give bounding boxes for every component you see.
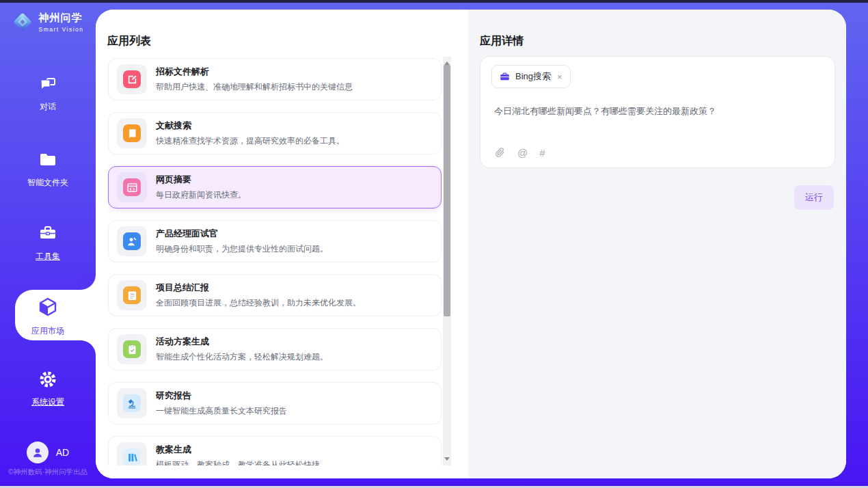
app-description: 全面回顾项目进展，总结经验教训，助力未来优化发展。 bbox=[156, 297, 361, 309]
run-button[interactable]: 运行 bbox=[794, 185, 834, 210]
microscope-icon bbox=[123, 394, 141, 412]
interviewer-icon bbox=[123, 232, 141, 250]
app-card-web-summary[interactable]: 网页摘要 每日政府新闻资讯快查。 bbox=[108, 166, 442, 208]
app-card-literature-search[interactable]: 文献搜索 快速精准查找学术资源，提高研究效率的必备工具。 bbox=[108, 112, 442, 154]
sidebar-item-label: 对话 bbox=[40, 101, 56, 113]
mention-icon[interactable]: @ bbox=[517, 147, 528, 159]
app-name: 教案生成 bbox=[156, 444, 320, 456]
app-name: 研究报告 bbox=[156, 390, 287, 402]
logo-subtitle: Smart Vision bbox=[38, 26, 83, 33]
attachment-icon[interactable] bbox=[494, 147, 506, 159]
app-logo: 神州问学 Smart Vision bbox=[0, 11, 96, 33]
app-card-project-summary[interactable]: 项目总结汇报 全面回顾项目进展，总结经验教训，助力未来优化发展。 bbox=[108, 274, 442, 316]
app-name: 产品经理面试官 bbox=[156, 228, 328, 240]
sidebar-item-label: 智能文件夹 bbox=[27, 177, 68, 189]
app-description: 智能生成个性化活动方案，轻松解决规划难题。 bbox=[156, 351, 328, 363]
app-description: 快速精准查找学术资源，提高研究效率的必备工具。 bbox=[156, 135, 344, 147]
sidebar-item-label: 系统设置 bbox=[31, 396, 64, 408]
hash-icon[interactable]: # bbox=[539, 147, 545, 159]
sidebar-item-chat[interactable]: 对话 bbox=[0, 74, 96, 113]
clipboard-check-icon bbox=[123, 340, 141, 358]
logo-diamond-icon bbox=[12, 11, 33, 33]
selected-item-curve-top bbox=[81, 272, 96, 290]
sidebar-item-smart-folder[interactable]: 智能文件夹 bbox=[0, 150, 96, 189]
app-card-pm-interviewer[interactable]: 产品经理面试官 明确身份和职责，为您提供专业性的面试问题。 bbox=[108, 220, 442, 262]
prompt-input-card[interactable]: Bing搜索 × 今日湖北有哪些新闻要点？有哪些需要关注的最新政策？ @ # bbox=[480, 56, 835, 168]
input-toolbar: @ # bbox=[494, 147, 545, 159]
person-icon bbox=[31, 446, 44, 459]
scroll-up-arrow-icon[interactable] bbox=[444, 59, 450, 65]
sidebar: 神州问学 Smart Vision 对话 智能文件夹 bbox=[0, 0, 96, 488]
sidebar-item-toolset[interactable]: 工具集 bbox=[0, 224, 96, 262]
app-description: 一键智能生成高质量长文本研究报告 bbox=[156, 405, 287, 417]
app-description: 帮助用户快速、准确地理解和解析招标书中的关键信息 bbox=[156, 81, 353, 93]
books-icon bbox=[123, 448, 141, 465]
logo-title: 神州问学 bbox=[38, 12, 83, 25]
app-name: 招标文件解析 bbox=[156, 66, 353, 78]
main-panel: 应用列表 招标文件解析 帮助用户快速、准确地理解和解析招标书中的关键信息 bbox=[96, 10, 846, 478]
top-border bbox=[0, 0, 868, 3]
app-description: 每日政府新闻资讯快查。 bbox=[156, 189, 246, 201]
avatar bbox=[27, 442, 49, 463]
app-list-scrollbar[interactable] bbox=[443, 57, 451, 465]
selected-item-curve-bottom bbox=[81, 340, 96, 358]
toolbox-icon bbox=[38, 224, 57, 246]
app-description: 明确身份和职责，为您提供专业性的面试问题。 bbox=[156, 243, 328, 255]
app-card-event-plan-generator[interactable]: 活动方案生成 智能生成个性化活动方案，轻松解决规划难题。 bbox=[108, 328, 442, 370]
sidebar-item-label: 应用市场 bbox=[31, 325, 64, 337]
app-card-lesson-plan-generator[interactable]: 教案生成 模板驱动，教案秒成，教学准备从此轻松快捷 bbox=[108, 436, 442, 465]
browser-code-icon bbox=[123, 178, 141, 196]
briefcase-icon bbox=[500, 72, 510, 82]
app-list-panel: 应用列表 招标文件解析 帮助用户快速、准确地理解和解析招标书中的关键信息 bbox=[96, 10, 468, 478]
app-name: 活动方案生成 bbox=[156, 336, 328, 348]
user-account[interactable]: AD bbox=[0, 442, 96, 463]
tool-tag-label: Bing搜索 bbox=[515, 70, 551, 83]
tag-close-icon[interactable]: × bbox=[557, 72, 562, 82]
document-edit-icon bbox=[123, 70, 141, 88]
scrollbar-thumb[interactable] bbox=[444, 65, 450, 316]
sidebar-footer: ©神州数码·神州问学出品 bbox=[0, 467, 96, 477]
tool-tag-bing-search[interactable]: Bing搜索 × bbox=[491, 65, 571, 88]
sidebar-item-app-market[interactable]: 应用市场 bbox=[0, 296, 96, 337]
app-detail-title: 应用详情 bbox=[480, 34, 524, 49]
app-card-bid-document-parsing[interactable]: 招标文件解析 帮助用户快速、准确地理解和解析招标书中的关键信息 bbox=[108, 58, 442, 100]
app-detail-panel: 应用详情 Bing搜索 × 今日湖北有哪些新闻要点？有哪些需要关注的最新政策？ bbox=[468, 10, 846, 478]
app-name: 文献搜索 bbox=[156, 120, 344, 132]
app-name: 网页摘要 bbox=[156, 174, 246, 186]
app-window: 神州问学 Smart Vision 对话 智能文件夹 bbox=[0, 0, 868, 488]
notepad-icon bbox=[123, 286, 141, 304]
app-card-research-report[interactable]: 研究报告 一键智能生成高质量长文本研究报告 bbox=[108, 382, 442, 424]
user-initials: AD bbox=[56, 447, 69, 458]
app-description: 模板驱动，教案秒成，教学准备从此轻松快捷 bbox=[156, 459, 320, 465]
chat-icon bbox=[38, 74, 57, 96]
cube-icon bbox=[37, 296, 59, 321]
folder-icon bbox=[38, 150, 57, 172]
gear-icon bbox=[38, 370, 57, 392]
sidebar-item-settings[interactable]: 系统设置 bbox=[0, 370, 96, 408]
sidebar-item-label: 工具集 bbox=[36, 251, 60, 262]
app-list-title: 应用列表 bbox=[107, 34, 151, 49]
scroll-down-arrow-icon[interactable] bbox=[444, 457, 450, 463]
app-name: 项目总结汇报 bbox=[156, 282, 361, 294]
query-text[interactable]: 今日湖北有哪些新闻要点？有哪些需要关注的最新政策？ bbox=[494, 105, 821, 118]
app-list: 招标文件解析 帮助用户快速、准确地理解和解析招标书中的关键信息 文献搜索 快速精… bbox=[108, 58, 442, 465]
book-icon bbox=[123, 124, 141, 142]
